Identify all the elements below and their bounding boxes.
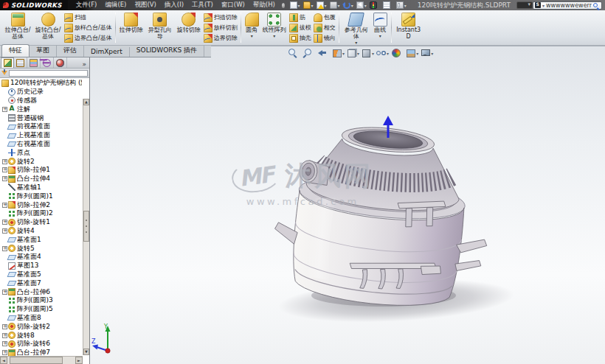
- dropdown-arrow-icon[interactable]: [431, 49, 433, 57]
- expand-icon[interactable]: [2, 350, 7, 355]
- hole-wizard-button[interactable]: 异型孔向导: [145, 11, 175, 44]
- expand-icon[interactable]: [2, 341, 7, 346]
- sweep-cut-button[interactable]: 扫描切除: [204, 13, 238, 22]
- heads-up-button[interactable]: [376, 48, 389, 57]
- menu-item[interactable]: 文件(F): [72, 0, 101, 10]
- tree-item[interactable]: 右视基准面: [0, 140, 82, 149]
- fillet-button[interactable]: 圆角: [243, 11, 260, 44]
- panel-tab[interactable]: [41, 57, 54, 68]
- commandmanager-tab[interactable]: SOLIDWORKS 插件: [130, 45, 204, 57]
- panel-tab[interactable]: [1, 57, 14, 68]
- extrude-boss-button[interactable]: 拉伸凸台/基体: [3, 11, 32, 44]
- mirror-button[interactable]: 镜向: [314, 33, 336, 43]
- panel-tab[interactable]: [54, 57, 67, 68]
- tree-item[interactable]: 基准面8: [0, 314, 82, 323]
- quick-toolbar-button[interactable]: [342, 1, 354, 10]
- scroll-down-icon[interactable]: [83, 349, 89, 355]
- rib-button[interactable]: 筋: [289, 13, 311, 22]
- expand-icon[interactable]: [2, 159, 7, 164]
- panel-tab[interactable]: [27, 57, 41, 68]
- tree-item[interactable]: 旋转5: [0, 244, 82, 253]
- commandmanager-tab[interactable]: 草图: [30, 45, 57, 57]
- tree-item[interactable]: 草图13: [0, 262, 82, 270]
- menu-item[interactable]: 插入(I): [161, 0, 187, 10]
- loft-cut-button[interactable]: 放样切割: [204, 23, 238, 32]
- expand-icon[interactable]: [2, 176, 7, 181]
- tree-item[interactable]: 旋转2: [0, 157, 82, 166]
- expand-icon[interactable]: [2, 333, 7, 338]
- tree-item[interactable]: 凸台-拉伸6: [0, 287, 82, 296]
- extrude-cut-button[interactable]: 拉伸切除: [118, 11, 145, 44]
- dropdown-arrow-icon[interactable]: [338, 1, 340, 10]
- heads-up-button[interactable]: [406, 48, 418, 57]
- quick-toolbar-button[interactable]: [395, 1, 407, 10]
- revolve-boss-button[interactable]: 旋转凸台/基体: [33, 11, 63, 44]
- panel-tab[interactable]: [14, 57, 27, 68]
- tree-item[interactable]: 上视基准面: [0, 131, 82, 140]
- expand-icon[interactable]: [2, 246, 7, 251]
- heads-up-button[interactable]: [288, 48, 300, 57]
- menu-item[interactable]: 编辑(E): [101, 0, 130, 10]
- dropdown-arrow-icon[interactable]: [357, 49, 359, 57]
- tree-item[interactable]: 切除-旋转2: [0, 322, 82, 331]
- dropdown-arrow-icon[interactable]: [372, 49, 374, 57]
- graphics-area[interactable]: MF 沐风网 www.mfcad.com: [90, 46, 605, 364]
- dropdown-arrow-icon[interactable]: [325, 1, 327, 10]
- dropdown-arrow-icon[interactable]: [364, 1, 367, 10]
- commandmanager-tab[interactable]: DimXpert: [84, 47, 130, 57]
- tree-root-item[interactable]: 120吨转炉炉壳钢结构 (默认: [0, 79, 82, 88]
- dropdown-arrow-icon[interactable]: [311, 1, 314, 10]
- tree-item[interactable]: 基准面4: [0, 253, 82, 262]
- tree-item[interactable]: 旋转4: [0, 227, 82, 236]
- curves-button[interactable]: 曲线: [372, 11, 389, 44]
- search-box[interactable]: wwwwwwewerr: [533, 1, 602, 10]
- loft-button[interactable]: 放样凸台/基体: [64, 23, 112, 32]
- quick-toolbar-button[interactable]: [289, 1, 301, 10]
- heads-up-button[interactable]: [332, 48, 345, 57]
- revolve-cut-button[interactable]: 旋转切除: [176, 11, 202, 44]
- tree-item[interactable]: 基准面7: [0, 279, 82, 287]
- dropdown-arrow-icon[interactable]: [298, 1, 300, 10]
- menu-item[interactable]: 帮助(H): [249, 0, 279, 10]
- tree-item[interactable]: 阵列(圆周)2: [0, 209, 82, 218]
- wrap-button[interactable]: 包覆: [314, 13, 336, 22]
- expand-icon[interactable]: [2, 228, 7, 234]
- tree-horizontal-scrollbar[interactable]: [0, 356, 83, 364]
- scroll-left-icon[interactable]: [0, 357, 7, 364]
- search-magnifier-icon[interactable]: [593, 3, 598, 7]
- expand-icon[interactable]: [2, 324, 7, 329]
- search-input[interactable]: wwwwwwewerr: [546, 2, 592, 9]
- draft-button[interactable]: 拔模: [289, 23, 311, 32]
- heads-up-button[interactable]: [347, 48, 359, 57]
- tree-item[interactable]: 旋转8: [0, 331, 82, 340]
- heads-up-button[interactable]: [302, 48, 315, 57]
- expand-icon[interactable]: [2, 107, 7, 112]
- dropdown-arrow-icon[interactable]: [342, 49, 345, 57]
- furnace-3d-model[interactable]: [90, 46, 605, 364]
- shell-button[interactable]: 抽壳: [289, 33, 311, 43]
- expand-icon[interactable]: [2, 203, 7, 208]
- boundary-button[interactable]: 边界凸台/基体: [64, 33, 112, 43]
- dropdown-arrow-icon[interactable]: [404, 1, 407, 10]
- intersect-button[interactable]: 相交: [314, 23, 336, 32]
- dropdown-arrow-icon[interactable]: [416, 49, 418, 57]
- tree-item[interactable]: 基准面5: [0, 270, 82, 279]
- tree-vertical-scrollbar[interactable]: [83, 99, 89, 355]
- tree-item[interactable]: 切除-拉伸1: [0, 166, 82, 175]
- quick-toolbar-button[interactable]: [316, 1, 328, 10]
- tree-item[interactable]: 历史记录: [0, 88, 82, 97]
- dropdown-arrow-icon[interactable]: [351, 1, 353, 10]
- tree-item[interactable]: 基准轴1: [0, 183, 82, 192]
- tree-item[interactable]: 基准面1: [0, 235, 82, 244]
- document-title-dropdown[interactable]: [516, 1, 533, 9]
- quick-toolbar-button[interactable]: [329, 1, 341, 10]
- sweep-button[interactable]: 扫描: [64, 13, 112, 22]
- tree-item[interactable]: 切除-旋转1: [0, 218, 82, 227]
- commandmanager-tab[interactable]: 特征: [1, 44, 30, 57]
- pin-icon[interactable]: [282, 3, 285, 8]
- quick-toolbar-button[interactable]: [356, 1, 367, 10]
- scroll-up-icon[interactable]: [83, 99, 89, 105]
- reference-geometry-button[interactable]: 参考几何体: [342, 11, 371, 44]
- expand-icon[interactable]: [2, 167, 7, 172]
- boundary-cut-button[interactable]: 边界切除: [204, 33, 238, 43]
